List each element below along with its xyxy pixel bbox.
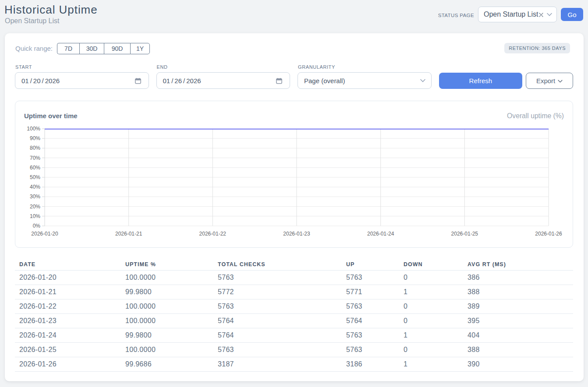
svg-text:2026-01-24: 2026-01-24 — [367, 231, 394, 237]
svg-text:70%: 70% — [30, 155, 40, 161]
svg-text:0%: 0% — [33, 223, 41, 229]
svg-text:2026-01-22: 2026-01-22 — [199, 231, 227, 237]
svg-text:2026-01-20: 2026-01-20 — [31, 231, 58, 237]
svg-text:40%: 40% — [30, 184, 40, 190]
svg-text:50%: 50% — [30, 174, 40, 180]
svg-text:2026-01-23: 2026-01-23 — [283, 231, 310, 237]
svg-text:2026-01-26: 2026-01-26 — [535, 231, 562, 237]
svg-text:100%: 100% — [27, 126, 40, 132]
svg-text:10%: 10% — [30, 213, 40, 219]
svg-text:30%: 30% — [30, 194, 40, 200]
svg-text:2026-01-21: 2026-01-21 — [115, 231, 142, 237]
svg-text:2026-01-25: 2026-01-25 — [451, 231, 478, 237]
svg-text:90%: 90% — [30, 135, 40, 141]
svg-text:80%: 80% — [30, 145, 40, 151]
svg-text:60%: 60% — [30, 165, 40, 171]
svg-text:20%: 20% — [30, 204, 40, 210]
